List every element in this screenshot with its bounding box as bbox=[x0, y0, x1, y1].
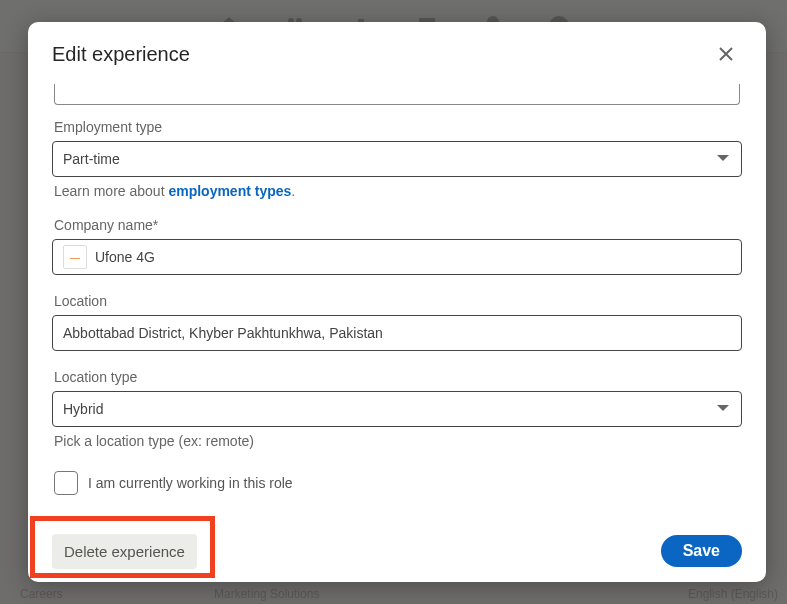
previous-field-partial[interactable] bbox=[54, 84, 740, 105]
location-value: Abbottabad District, Khyber Pakhtunkhwa,… bbox=[63, 325, 383, 341]
employment-types-link[interactable]: employment types bbox=[168, 183, 291, 199]
employment-type-helper: Learn more about employment types. bbox=[54, 183, 742, 199]
footer-careers: Careers bbox=[20, 587, 63, 601]
location-type-label: Location type bbox=[54, 369, 742, 385]
save-button[interactable]: Save bbox=[661, 535, 742, 567]
company-name-input[interactable]: — Ufone 4G bbox=[52, 239, 742, 275]
footer-marketing: Marketing Solutions bbox=[214, 587, 319, 601]
close-button[interactable] bbox=[710, 38, 742, 70]
employment-type-value: Part-time bbox=[63, 151, 120, 167]
close-icon bbox=[716, 44, 736, 64]
employment-type-label: Employment type bbox=[54, 119, 742, 135]
company-name-label: Company name* bbox=[54, 217, 742, 233]
modal-footer: Delete experience Save bbox=[28, 519, 766, 582]
current-role-row: I am currently working in this role bbox=[54, 471, 742, 495]
current-role-label: I am currently working in this role bbox=[88, 475, 293, 491]
location-type-value: Hybrid bbox=[63, 401, 103, 417]
location-input[interactable]: Abbottabad District, Khyber Pakhtunkhwa,… bbox=[52, 315, 742, 351]
current-role-checkbox[interactable] bbox=[54, 471, 78, 495]
modal-header: Edit experience bbox=[28, 22, 766, 84]
modal-title: Edit experience bbox=[52, 43, 190, 66]
modal-body[interactable]: Employment type Part-time Learn more abo… bbox=[28, 84, 766, 519]
employment-type-select[interactable]: Part-time bbox=[52, 141, 742, 177]
location-label: Location bbox=[54, 293, 742, 309]
footer-lang: English (English) bbox=[688, 587, 778, 601]
company-name-value: Ufone 4G bbox=[95, 249, 155, 265]
location-type-select[interactable]: Hybrid bbox=[52, 391, 742, 427]
company-logo-icon: — bbox=[63, 245, 87, 269]
location-type-helper: Pick a location type (ex: remote) bbox=[54, 433, 742, 449]
edit-experience-modal: Edit experience Employment type Part-tim… bbox=[28, 22, 766, 582]
delete-experience-button[interactable]: Delete experience bbox=[52, 534, 197, 569]
chevron-down-icon bbox=[715, 150, 731, 166]
chevron-down-icon bbox=[715, 400, 731, 416]
